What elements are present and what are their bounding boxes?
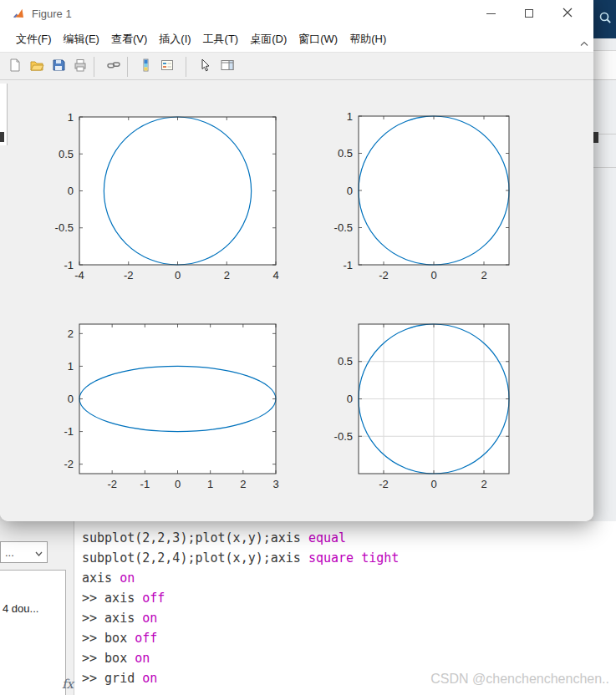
figure-canvas-svg: -4-2024-1-0.500.51-202-1-0.500.51-2-1012… (0, 80, 587, 521)
svg-text:-2: -2 (379, 269, 389, 282)
svg-text:2: 2 (481, 269, 486, 282)
svg-text:0: 0 (175, 269, 181, 282)
toolbar-separator (127, 57, 128, 77)
svg-text:-0.5: -0.5 (334, 221, 353, 234)
menu-item-5[interactable]: 桌面(D) (244, 28, 293, 50)
panel-tab-mark (593, 132, 598, 143)
svg-text:-4: -4 (74, 269, 84, 282)
panel-divider (593, 167, 616, 168)
svg-text:1: 1 (68, 360, 74, 373)
svg-text:0: 0 (68, 185, 74, 197)
svg-text:2: 2 (240, 478, 246, 490)
figure-window: Figure 1 文件(F)编辑(E)查看(V)插入(I)工具(T)桌面(D)窗… (0, 0, 593, 521)
close-icon (563, 6, 573, 21)
maximize-button[interactable] (510, 0, 548, 27)
matlab-desktop-edge (593, 0, 616, 521)
menu-item-7[interactable]: 帮助(H) (344, 28, 392, 50)
workspace-item[interactable]: 4 dou... (3, 602, 38, 615)
window-controls (471, 0, 587, 27)
minimize-button[interactable] (471, 0, 510, 27)
menu-item-3[interactable]: 插入(I) (153, 28, 196, 50)
new-figure-button[interactable] (5, 57, 25, 77)
printer-icon (73, 58, 88, 76)
background-window-mark (0, 132, 4, 142)
command-line: >> axis off (82, 588, 399, 608)
svg-text:0: 0 (347, 393, 353, 405)
command-lines: subplot(2,2,3);plot(x,y);axis equalsubpl… (82, 528, 399, 688)
command-line: >> box on (82, 648, 399, 668)
svg-text:-2: -2 (64, 458, 74, 470)
command-line: axis on (82, 568, 399, 588)
command-line: subplot(2,2,4);plot(x,y);axis square tig… (82, 548, 399, 568)
maximize-icon (525, 9, 533, 18)
print-figure-button[interactable] (70, 57, 90, 77)
menu-item-1[interactable]: 编辑(E) (58, 28, 105, 50)
chevron-down-icon (35, 546, 43, 559)
menu-bar: 文件(F)编辑(E)查看(V)插入(I)工具(T)桌面(D)窗口(W)帮助(H) (0, 27, 593, 52)
desktop-panel-edge (593, 50, 616, 80)
workspace-panel: 4 dou... (0, 570, 66, 695)
svg-text:-1: -1 (140, 478, 150, 490)
edit-plot-button[interactable] (196, 57, 216, 77)
command-line: >> box off (82, 628, 399, 648)
svg-text:1: 1 (68, 111, 74, 124)
svg-text:-1: -1 (64, 259, 74, 271)
colorbar-icon (138, 58, 153, 76)
svg-text:3: 3 (272, 478, 278, 490)
svg-text:-2: -2 (379, 478, 389, 490)
background-window-edge (0, 84, 8, 145)
search-icon[interactable] (598, 10, 613, 28)
toolbar-separator (94, 57, 94, 77)
svg-text:-1: -1 (64, 425, 74, 438)
svg-text:-0.5: -0.5 (55, 221, 74, 234)
svg-text:-1: -1 (343, 259, 353, 271)
watermark: CSDN @chenchenchenchen.. (430, 672, 609, 687)
svg-text:-2: -2 (107, 478, 117, 490)
menu-item-2[interactable]: 查看(V) (105, 28, 153, 50)
legend-icon (160, 58, 175, 76)
desktop-bottom: subplot(2,2,3);plot(x,y);axis equalsubpl… (0, 521, 616, 695)
command-window[interactable]: subplot(2,2,3);plot(x,y);axis equalsubpl… (74, 521, 616, 695)
save-figure-button[interactable] (48, 57, 69, 77)
toolbar-separator (186, 57, 186, 77)
cursor-arrow-icon (198, 58, 213, 76)
close-button[interactable] (548, 0, 587, 27)
title-bar[interactable]: Figure 1 (0, 0, 593, 27)
command-line: subplot(2,2,3);plot(x,y);axis equal (82, 528, 399, 548)
svg-text:2: 2 (224, 269, 230, 282)
open-file-button[interactable] (27, 57, 47, 77)
figure-toolbar (0, 52, 593, 80)
fx-indicator: fx (62, 677, 74, 692)
svg-text:0: 0 (430, 478, 436, 490)
svg-text:1: 1 (347, 110, 353, 123)
window-title: Figure 1 (32, 8, 72, 20)
link-plot-button[interactable] (104, 57, 124, 77)
insert-legend-button[interactable] (157, 57, 177, 77)
plot-tools-button[interactable] (217, 57, 237, 77)
svg-text:4: 4 (272, 269, 278, 282)
open-folder-icon (29, 58, 44, 76)
save-floppy-icon (51, 58, 66, 76)
svg-text:0.5: 0.5 (59, 148, 74, 160)
svg-text:2: 2 (481, 478, 486, 490)
menu-item-0[interactable]: 文件(F) (10, 28, 58, 50)
svg-text:0: 0 (430, 269, 436, 282)
figure-canvas: -4-2024-1-0.500.51-202-1-0.500.51-2-1012… (0, 80, 593, 521)
menu-item-6[interactable]: 窗口(W) (293, 28, 344, 50)
toolstrip-search-area (593, 0, 616, 38)
svg-text:1: 1 (207, 478, 213, 490)
plot-tools-icon (220, 58, 235, 76)
menu-item-4[interactable]: 工具(T) (197, 28, 245, 50)
minimize-icon (486, 13, 496, 14)
command-line: >> axis on (82, 608, 399, 628)
link-plot-icon (106, 58, 121, 76)
svg-text:0.5: 0.5 (338, 355, 353, 368)
svg-text:2: 2 (68, 327, 74, 340)
insert-colorbar-button[interactable] (135, 57, 155, 77)
screen: subplot(2,2,3);plot(x,y);axis equalsubpl… (0, 0, 616, 695)
new-figure-icon (8, 58, 23, 76)
menu-collapse-icon[interactable] (580, 35, 588, 50)
panel-overflow-dropdown[interactable]: ... (0, 541, 48, 563)
svg-text:0: 0 (68, 393, 74, 405)
svg-text:0.5: 0.5 (338, 147, 353, 160)
